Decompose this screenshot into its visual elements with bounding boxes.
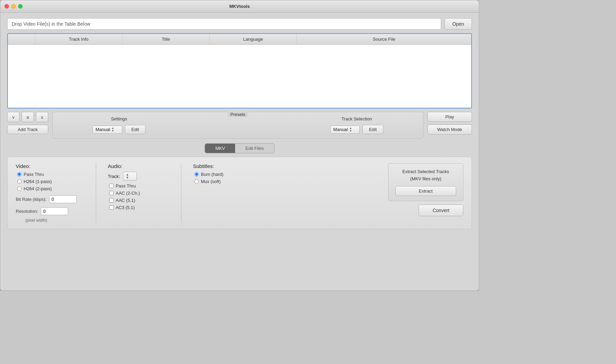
h264-1pass-label: H264 (1-pass): [24, 179, 52, 184]
mux-soft-label: Mux (soft): [201, 179, 221, 184]
add-track-button[interactable]: Add Track: [7, 125, 48, 134]
aac-2ch-label: AAC (2-Ch.): [116, 191, 140, 196]
window-title: MKVtools: [229, 4, 250, 9]
audio-title: Audio:: [108, 163, 169, 169]
tab-group: MKV Edit Files: [205, 143, 274, 153]
track-selection-title: Track Selection: [342, 116, 372, 121]
audio-track-button[interactable]: a: [22, 112, 34, 122]
track-select[interactable]: Manual ▲▼: [330, 126, 360, 134]
burn-hard-label: Burn (hard): [201, 172, 223, 177]
tab-edit-files[interactable]: Edit Files: [235, 144, 274, 153]
ac3-51-item[interactable]: AC3 (5.1): [109, 205, 169, 210]
aac-51-label: AAC (5.1): [116, 198, 135, 203]
pixel-width-label: (pixel width): [25, 218, 84, 223]
audio-checkbox-group: Pass Thru AAC (2-Ch.) AAC (5.1) AC3 (5.1…: [109, 183, 169, 210]
h264-2pass-radio-item[interactable]: H264 (2-pass): [17, 186, 84, 191]
aac-2ch-item[interactable]: AAC (2-Ch.): [109, 191, 169, 196]
extract-title-line1: Extract Selected Tracks: [395, 168, 456, 176]
titlebar: MKVtools: [0, 0, 479, 13]
settings-value: Manual: [95, 127, 110, 132]
h264-1pass-radio[interactable]: [17, 179, 22, 184]
col-title: Title: [123, 34, 210, 44]
audio-pass-thru-checkbox[interactable]: [109, 184, 114, 188]
maximize-button[interactable]: [18, 4, 23, 9]
video-section: Video: Pass Thru H264 (1-pass) H264 (2-p…: [16, 163, 84, 223]
pass-thru-radio[interactable]: [17, 172, 22, 177]
ac3-51-checkbox[interactable]: [109, 205, 114, 210]
video-title: Video:: [16, 163, 84, 169]
watch-mode-button[interactable]: Watch Mode: [427, 125, 472, 134]
subtitle-track-button[interactable]: s: [36, 112, 48, 122]
top-row: Drop Video File(s) in the Table Below Op…: [7, 18, 472, 30]
tabs-row: MKV Edit Files: [7, 143, 472, 153]
track-type-buttons: v a s: [7, 112, 48, 122]
track-arrows: ▲▼: [349, 127, 352, 132]
extract-section: Extract Selected Tracks (MKV files only)…: [258, 163, 463, 216]
video-radio-group: Pass Thru H264 (1-pass) H264 (2-pass): [17, 172, 84, 191]
bottom-panel: Video: Pass Thru H264 (1-pass) H264 (2-p…: [7, 157, 472, 229]
audio-pass-thru-label: Pass Thru: [116, 183, 136, 188]
h264-2pass-label: H264 (2-pass): [24, 186, 52, 191]
pass-thru-radio-item[interactable]: Pass Thru: [17, 172, 84, 177]
track-selection-row: Manual ▲▼ Edit: [330, 125, 383, 134]
audio-track-select[interactable]: ▲▼: [123, 172, 137, 181]
right-buttons: Play Watch Mode: [427, 112, 472, 134]
traffic-lights: [4, 4, 23, 9]
track-table: Track Info Title Language Source File: [7, 33, 472, 108]
col-language: Language: [210, 34, 297, 44]
settings-title: Settings: [111, 116, 127, 121]
burn-hard-radio[interactable]: [194, 172, 199, 177]
col-source-file: Source File: [297, 34, 471, 44]
extract-box: Extract Selected Tracks (MKV files only)…: [388, 163, 463, 201]
settings-row: Manual ▲▼ Edit: [92, 125, 145, 134]
table-header: Track Info Title Language Source File: [8, 34, 471, 45]
burn-hard-item[interactable]: Burn (hard): [194, 172, 248, 177]
play-button[interactable]: Play: [427, 112, 472, 122]
resolution-label: Resolution:: [16, 209, 38, 214]
convert-button[interactable]: Convert: [419, 205, 463, 216]
ac3-51-label: AC3 (5.1): [116, 205, 135, 210]
open-button[interactable]: Open: [445, 18, 472, 30]
settings-edit-button[interactable]: Edit: [125, 125, 145, 134]
track-selection-section: Track Selection Manual ▲▼ Edit: [297, 116, 416, 134]
video-track-button[interactable]: v: [7, 112, 20, 122]
subtitle-title: Subtitles:: [193, 163, 248, 169]
tab-mkv[interactable]: MKV: [205, 144, 235, 153]
aac-51-item[interactable]: AAC (5.1): [109, 198, 169, 203]
close-button[interactable]: [4, 4, 9, 9]
audio-pass-thru-item[interactable]: Pass Thru: [109, 183, 169, 188]
h264-1pass-radio-item[interactable]: H264 (1-pass): [17, 179, 84, 184]
subtitle-section: Subtitles: Burn (hard) Mux (soft): [193, 163, 248, 184]
extract-button[interactable]: Extract: [395, 186, 456, 196]
track-buttons: v a s Add Track: [7, 112, 48, 134]
aac-51-checkbox[interactable]: [109, 198, 114, 203]
extract-title-line2: (MKV files only): [395, 176, 456, 183]
controls-row: v a s Add Track Presets Settings Manual …: [7, 112, 472, 139]
content-area: Drop Video File(s) in the Table Below Op…: [0, 13, 479, 290]
presets-label: Presets: [228, 112, 248, 117]
col-checkbox: [8, 34, 35, 44]
audio-track-arrows: ▲▼: [126, 173, 129, 179]
audio-section: Audio: Track: ▲▼ Pass Thru AAC (2-Ch.): [108, 163, 169, 210]
drop-field: Drop Video File(s) in the Table Below: [7, 18, 441, 30]
pass-thru-label: Pass Thru: [24, 172, 44, 177]
audio-track-row: Track: ▲▼: [108, 172, 169, 181]
col-track-info: Track Info: [35, 34, 123, 44]
track-edit-button[interactable]: Edit: [362, 125, 383, 134]
bitrate-input[interactable]: 0: [49, 195, 77, 203]
settings-select[interactable]: Manual ▲▼: [92, 126, 122, 134]
audio-track-label: Track:: [108, 174, 120, 179]
h264-2pass-radio[interactable]: [17, 186, 22, 191]
aac-2ch-checkbox[interactable]: [109, 191, 114, 195]
table-body[interactable]: [8, 45, 471, 106]
mux-soft-radio[interactable]: [194, 179, 199, 184]
divider-2: [181, 163, 181, 223]
bitrate-row: Bit Rate (kbps): 0: [16, 195, 84, 203]
bitrate-label: Bit Rate (kbps):: [16, 197, 47, 202]
settings-arrows: ▲▼: [112, 127, 114, 132]
minimize-button[interactable]: [11, 4, 16, 9]
settings-section: Settings Manual ▲▼ Edit: [60, 116, 178, 134]
resolution-input[interactable]: 0: [41, 207, 68, 215]
subtitle-radio-group: Burn (hard) Mux (soft): [194, 172, 248, 184]
mux-soft-item[interactable]: Mux (soft): [194, 179, 248, 184]
